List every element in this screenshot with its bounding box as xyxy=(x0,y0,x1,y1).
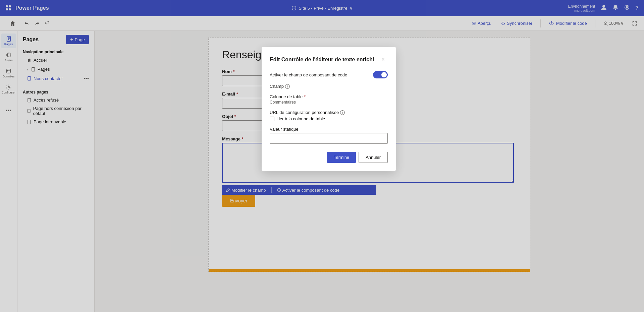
champ-info-icon[interactable]: i xyxy=(285,84,290,89)
modal-title: Edit Contrôle de l'éditeur de texte enri… xyxy=(270,57,374,63)
valeur-statique-row: Valeur statique xyxy=(270,127,388,144)
valeur-statique-label: Valeur statique xyxy=(270,127,388,132)
modal-overlay: Edit Contrôle de l'éditeur de texte enri… xyxy=(0,0,644,312)
modal-close-button[interactable]: × xyxy=(378,55,388,64)
url-config-label: URL de configuration personnalisée i xyxy=(270,110,388,115)
colonne-table-value: Commentaires xyxy=(270,100,388,105)
colonne-table-label: Colonne de table * xyxy=(270,94,388,99)
annuler-button[interactable]: Annuler xyxy=(359,152,388,163)
lier-colonne-checkbox[interactable] xyxy=(270,117,274,121)
modal-header: Edit Contrôle de l'éditeur de texte enri… xyxy=(270,55,388,64)
champ-label-row: Champ i xyxy=(270,84,388,89)
lier-colonne-row: Lier à la colonne de table xyxy=(270,116,388,121)
url-info-icon[interactable]: i xyxy=(340,110,345,115)
modal-dialog: Edit Contrôle de l'éditeur de texte enri… xyxy=(262,47,396,171)
champ-row: Champ i xyxy=(270,84,388,89)
termine-button[interactable]: Terminé xyxy=(327,152,356,163)
url-config-row: URL de configuration personnalisée i Lie… xyxy=(270,110,388,121)
activer-toggle[interactable] xyxy=(373,71,388,78)
colonne-table-row: Colonne de table * Commentaires xyxy=(270,94,388,105)
toggle-row: Activer le champ de composant de code xyxy=(270,71,388,78)
activer-label: Activer le champ de composant de code xyxy=(270,72,347,77)
valeur-statique-input[interactable] xyxy=(270,133,388,144)
lier-colonne-label: Lier à la colonne de table xyxy=(276,116,325,121)
colonne-required: * xyxy=(304,94,306,99)
modal-footer: Terminé Annuler xyxy=(270,152,388,163)
